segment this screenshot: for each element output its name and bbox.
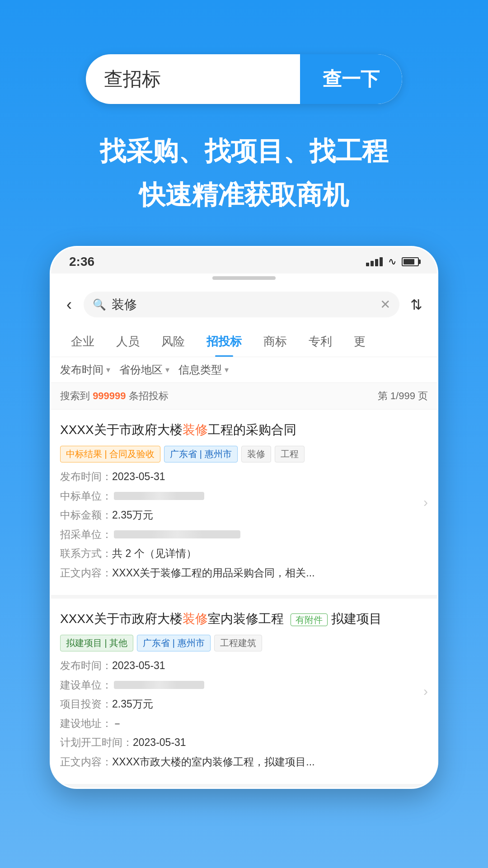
- card-1-title-suffix: 工程的采购合同: [208, 423, 296, 437]
- results-summary: 搜索到 999999 条招投标 第 1/999 页: [51, 383, 437, 410]
- card-2-badges: 拟建项目 | 其他 广东省 | 惠州市 工程建筑: [60, 635, 428, 651]
- tab-personnel[interactable]: 人员: [105, 326, 150, 357]
- filter-publish-time-arrow: ▾: [106, 365, 110, 375]
- card-1-title: XXXX关于市政府大楼装修工程的采购合同: [60, 420, 428, 439]
- badge-region-2: 广东省 | 惠州市: [137, 635, 210, 651]
- card-2-address: 建设地址： －: [60, 716, 428, 731]
- badge-bid-result: 中标结果 | 合同及验收: [60, 446, 160, 462]
- tagline-line2: 快速精准获取商机: [0, 175, 488, 214]
- phone-status-icons: ∿: [366, 256, 419, 268]
- phone-mockup-container: 2:36 ∿ ‹: [0, 246, 488, 789]
- card-1-content: 正文内容： XXXX关于装修工程的用品采购合同，相关...: [60, 565, 428, 581]
- card-1-title-highlight: 装修: [183, 423, 208, 437]
- badge-proposed-project: 拟建项目 | 其他: [60, 635, 133, 651]
- badge-engineering: 工程: [275, 446, 305, 462]
- signal-icon: [366, 257, 383, 266]
- search-button[interactable]: 查一下: [300, 54, 402, 104]
- card-1-publish-time: 发布时间： 2023-05-31: [60, 469, 428, 485]
- card-1-buyer: 招采单位：: [60, 527, 428, 542]
- filter-region[interactable]: 省份地区 ▾: [119, 363, 169, 377]
- card-2-content: 正文内容： XXXX市政大楼的室内装修工程，拟建项目...: [60, 754, 428, 770]
- card-1-winner: 中标单位：: [60, 488, 428, 504]
- app-search-icon: 🔍: [93, 298, 106, 311]
- back-button[interactable]: ‹: [62, 293, 76, 316]
- tagline: 找采购、找项目、找工程 快速精准获取商机: [0, 131, 488, 214]
- card-2-title-prefix: XXXX关于市政府大楼: [60, 612, 183, 626]
- app-search-bar: 🔍 ✕: [84, 292, 399, 317]
- tab-trademark[interactable]: 商标: [253, 326, 298, 357]
- search-section: 查一下: [0, 0, 488, 104]
- tab-bidding[interactable]: 招投标: [196, 326, 253, 357]
- filter-info-type[interactable]: 信息类型 ▾: [178, 363, 229, 377]
- card-2-builder: 建设单位：: [60, 677, 428, 693]
- wifi-icon: ∿: [388, 256, 396, 268]
- card-2-title-extra: 拟建项目: [331, 612, 382, 626]
- card-2-chevron: ›: [423, 684, 428, 699]
- results-page: 第 1/999 页: [378, 389, 428, 403]
- category-tabs: 企业 人员 风险 招投标 商标 专利 更: [51, 326, 437, 357]
- app-header: ‹ 🔍 ✕ ⇅: [51, 283, 437, 326]
- card-1-title-prefix: XXXX关于市政府大楼: [60, 423, 183, 437]
- filter-info-type-label: 信息类型: [178, 363, 222, 377]
- search-input[interactable]: [104, 68, 282, 90]
- tab-risk[interactable]: 风险: [150, 326, 196, 357]
- result-card-2[interactable]: XXXX关于市政府大楼装修室内装修工程 有附件 拟建项目 拟建项目 | 其他 广…: [51, 599, 437, 788]
- card-2-title-highlight: 装修: [183, 612, 208, 626]
- result-card-1[interactable]: XXXX关于市政府大楼装修工程的采购合同 中标结果 | 合同及验收 广东省 | …: [51, 410, 437, 599]
- filter-publish-time-label: 发布时间: [60, 363, 103, 377]
- filter-publish-time[interactable]: 发布时间 ▾: [60, 363, 110, 377]
- clear-search-button[interactable]: ✕: [380, 297, 390, 312]
- card-1-chevron: ›: [423, 495, 428, 510]
- results-suffix: 条招投标: [129, 390, 169, 401]
- app-content: ‹ 🔍 ✕ ⇅ 企业 人员 风险 招投标 商标 专利 更: [51, 283, 437, 788]
- filter-region-arrow: ▾: [165, 365, 169, 375]
- tab-more[interactable]: 更: [343, 326, 376, 357]
- card-1-badges: 中标结果 | 合同及验收 广东省 | 惠州市 装修 工程: [60, 446, 428, 462]
- tab-enterprise[interactable]: 企业: [60, 326, 105, 357]
- badge-decoration: 装修: [241, 446, 271, 462]
- tagline-line1: 找采购、找项目、找工程: [0, 131, 488, 170]
- card-1-amount: 中标金额： 2.35万元: [60, 507, 428, 523]
- badge-construction: 工程建筑: [214, 635, 262, 651]
- results-number: 999999: [93, 390, 126, 401]
- card-2-title: XXXX关于市政府大楼装修室内装修工程 有附件 拟建项目: [60, 609, 428, 628]
- sort-filter-button[interactable]: ⇅: [407, 294, 426, 315]
- card-2-publish-time: 发布时间： 2023-05-31: [60, 658, 428, 674]
- badge-region-1: 广东省 | 惠州市: [164, 446, 237, 462]
- phone-time: 2:36: [69, 255, 94, 269]
- card-1-contact: 联系方式： 共 2 个（见详情）: [60, 546, 428, 561]
- results-prefix: 搜索到: [60, 390, 93, 401]
- card-2-investment: 项目投资： 2.35万元: [60, 696, 428, 712]
- card-2-title-suffix: 室内装修工程: [208, 612, 284, 626]
- battery-icon: [402, 257, 419, 266]
- filter-bar: 发布时间 ▾ 省份地区 ▾ 信息类型 ▾: [51, 357, 437, 383]
- phone-mockup: 2:36 ∿ ‹: [50, 246, 438, 789]
- phone-notch: [51, 274, 437, 283]
- search-input-area: [86, 68, 300, 90]
- app-search-input[interactable]: [112, 297, 375, 312]
- card-2-start-time: 计划开工时间： 2023-05-31: [60, 735, 428, 750]
- filter-region-label: 省份地区: [119, 363, 163, 377]
- tab-patent[interactable]: 专利: [298, 326, 343, 357]
- results-count-text: 搜索到 999999 条招投标: [60, 389, 169, 403]
- search-bar: 查一下: [86, 54, 402, 104]
- phone-status-bar: 2:36 ∿: [51, 247, 437, 274]
- filter-info-type-arrow: ▾: [225, 365, 229, 375]
- attachment-badge: 有附件: [291, 613, 328, 626]
